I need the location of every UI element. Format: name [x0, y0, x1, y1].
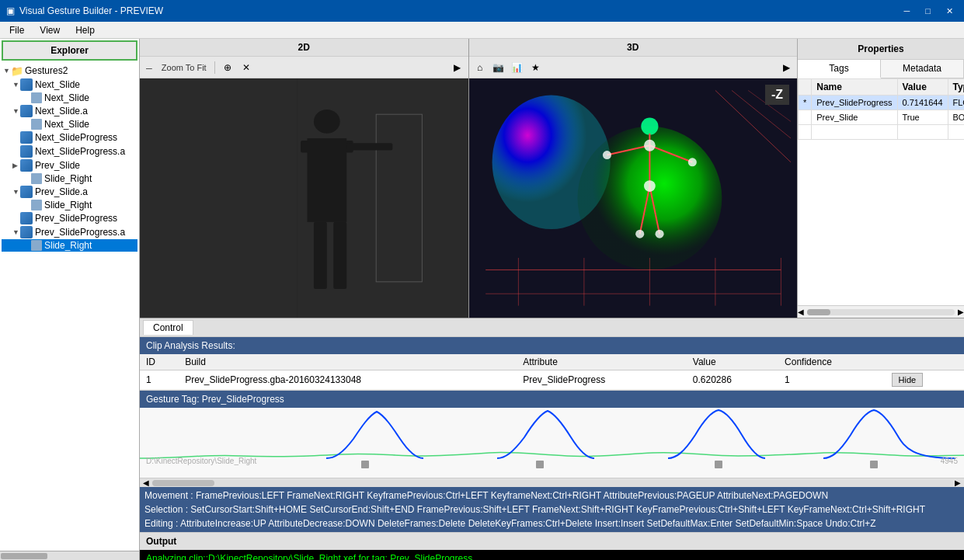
- expand-arrow[interactable]: ▶: [12, 162, 20, 169]
- panel-2d: 2D – Zoom To Fit ⊕ ✕ ▶ L R: [140, 39, 469, 318]
- prop-scrollbar[interactable]: ◀ ▶: [798, 305, 964, 318]
- tree-item-next-slide-a-file[interactable]: Next_Slide: [2, 118, 137, 130]
- clip-build: Prev_SlideProgress.gba-20160324133048: [179, 370, 517, 390]
- scroll-thumb[interactable]: [807, 309, 830, 315]
- svg-rect-7: [346, 143, 392, 150]
- prop-row-empty: [799, 125, 965, 140]
- col-name: [799, 79, 812, 96]
- tree-item-prev-slide-a[interactable]: ▼ Prev_Slide.a: [2, 185, 137, 199]
- clip-row-1: 1 Prev_SlideProgress.gba-20160324133048 …: [140, 370, 964, 390]
- scroll-right-3d-icon[interactable]: ▶: [778, 60, 794, 75]
- chart-hscroll[interactable]: ◀ ▶: [140, 478, 964, 487]
- tree-item-next-slide-progress[interactable]: Next_SlideProgress: [2, 130, 137, 144]
- app-icon: ▣: [6, 5, 15, 16]
- panel-3d-toolbar: ⌂ 📷 📊 ★ ▶: [469, 57, 798, 78]
- scroll-right-chart-icon[interactable]: ▶: [955, 478, 961, 487]
- tree-label: Next_Slide.a: [35, 106, 88, 117]
- tree-item-prev-slide[interactable]: ▶ Prev_Slide: [2, 158, 137, 172]
- expand-arrow[interactable]: ▼: [12, 81, 20, 89]
- expand-arrow[interactable]: ▼: [3, 67, 11, 75]
- chart-area[interactable]: -1-: [140, 408, 964, 478]
- svg-rect-9: [333, 222, 346, 289]
- gesture-icon: [20, 145, 33, 158]
- svg-point-4: [314, 110, 340, 134]
- prop-value: 0.7141644: [897, 96, 948, 110]
- chart-scroll-thumb[interactable]: [152, 480, 214, 486]
- file-icon: [31, 119, 42, 130]
- expand-arrow[interactable]: ▼: [12, 228, 20, 236]
- tree-item-prev-slide-progress-a[interactable]: ▼ Prev_SlideProgress.a: [2, 225, 137, 239]
- zoom-in-icon[interactable]: ⊕: [220, 60, 235, 75]
- prop-row-2[interactable]: Prev_Slide True BOO: [799, 110, 965, 125]
- svg-rect-8: [314, 222, 327, 289]
- scroll-right-icon[interactable]: ▶: [958, 308, 964, 316]
- camera-icon[interactable]: 📷: [491, 60, 506, 75]
- chart-icon[interactable]: 📊: [510, 60, 525, 75]
- chart-scroll-track[interactable]: [152, 480, 952, 486]
- prop-data-table: Name Value Type * Prev_SlideProgress 0.7…: [798, 78, 964, 140]
- prop-marker: *: [799, 96, 812, 110]
- status-movement: Movement : FramePrevious:LEFT FrameNext:…: [144, 489, 959, 503]
- clip-col-confidence: Confidence: [778, 354, 885, 370]
- hide-button[interactable]: Hide: [892, 373, 924, 387]
- prop-name: Prev_SlideProgress: [812, 96, 897, 110]
- scroll-right-icon[interactable]: ▶: [450, 60, 465, 75]
- home-icon[interactable]: ⌂: [472, 60, 488, 75]
- tree-item-prev-slide-progress[interactable]: Prev_SlideProgress: [2, 211, 137, 225]
- panel-2d-content[interactable]: L R: [140, 78, 468, 318]
- svg-point-21: [602, 151, 611, 159]
- properties-table[interactable]: Name Value Type * Prev_SlideProgress 0.7…: [798, 78, 964, 305]
- tree-item-next-slide[interactable]: ▼ Next_Slide: [2, 78, 137, 92]
- expand-arrow[interactable]: ▼: [12, 107, 20, 115]
- status-bar: Movement : FramePrevious:LEFT FrameNext:…: [140, 487, 964, 532]
- minimize-button[interactable]: ─: [900, 5, 915, 18]
- tree-label: Next_SlideProgress: [35, 132, 117, 143]
- explorer-tree[interactable]: ▼ 📁 Gestures2 ▼ Next_Slide Next_Slide ▼ …: [0, 62, 139, 551]
- tab-tags[interactable]: Tags: [798, 60, 881, 78]
- output-content[interactable]: Analyzing clip::D:\KinectRepository\Slid…: [140, 550, 964, 560]
- expand-arrow[interactable]: ▼: [12, 188, 20, 196]
- tree-label: Prev_Slide.a: [35, 186, 88, 197]
- col-type-header: Type: [948, 79, 964, 96]
- zoom-minus-button[interactable]: –: [143, 60, 155, 75]
- clip-analysis-section: Clip Analysis Results: ID Build Attribut…: [140, 337, 964, 391]
- clip-id: 1: [140, 370, 179, 390]
- panel-3d-content[interactable]: -Z: [469, 78, 798, 318]
- clip-hide-cell: Hide: [886, 370, 964, 390]
- zoom-to-fit-button[interactable]: Zoom To Fit: [158, 63, 210, 72]
- scroll-left-chart-icon[interactable]: ◀: [143, 478, 149, 487]
- scroll-left-icon[interactable]: ◀: [798, 308, 804, 316]
- gesture-icon: [20, 105, 33, 117]
- control-tab[interactable]: Control: [143, 320, 193, 335]
- folder-icon: 📁: [11, 64, 23, 77]
- properties-header: Properties: [798, 39, 964, 60]
- prop-row-1[interactable]: * Prev_SlideProgress 0.7141644 FLOA: [799, 96, 965, 110]
- camera-view-2d: [140, 78, 468, 318]
- scroll-thumb[interactable]: [1, 553, 47, 559]
- menu-help[interactable]: Help: [69, 23, 101, 37]
- tree-item-slide-right-2[interactable]: Slide_Right: [2, 199, 137, 211]
- explorer-hscroll[interactable]: [0, 551, 139, 560]
- tree-item-slide-right[interactable]: Slide_Right: [2, 172, 137, 185]
- clip-col-value: Value: [687, 354, 778, 370]
- status-selection: Selection : SetCursorStart:Shift+HOME Se…: [144, 503, 959, 517]
- tree-label: Slide_Right: [44, 173, 92, 184]
- gesture-icon: [20, 226, 33, 238]
- control-bar: Control: [140, 318, 964, 337]
- scroll-track[interactable]: [807, 309, 955, 315]
- tree-item-next-slide-progress-a[interactable]: Next_SlideProgress.a: [2, 144, 137, 158]
- maximize-button[interactable]: □: [920, 5, 935, 18]
- gesture-icon: [20, 159, 33, 172]
- tree-item-gestures2[interactable]: ▼ 📁 Gestures2: [2, 64, 137, 78]
- tree-item-slide-right-selected[interactable]: Slide_Right: [2, 239, 137, 252]
- prop-type: BOO: [948, 110, 964, 125]
- menu-view[interactable]: View: [33, 23, 66, 37]
- menu-file[interactable]: File: [3, 23, 30, 37]
- close-icon[interactable]: ✕: [238, 60, 254, 75]
- prop-marker-empty: [799, 125, 812, 140]
- tree-item-next-slide-file[interactable]: Next_Slide: [2, 92, 137, 104]
- star-icon[interactable]: ★: [528, 60, 544, 75]
- tab-metadata[interactable]: Metadata: [881, 60, 964, 78]
- tree-item-next-slide-a[interactable]: ▼ Next_Slide.a: [2, 104, 137, 118]
- close-button[interactable]: ✕: [941, 5, 958, 18]
